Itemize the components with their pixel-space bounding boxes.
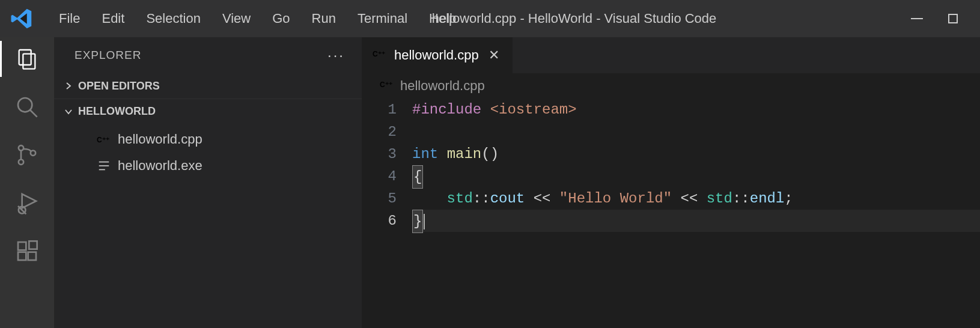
tab-helloworld-cpp[interactable]: C⁺⁺ helloworld.cpp ✕ [362, 37, 513, 73]
code-editor[interactable]: 1 2 3 4 5 6 #include <iostream> int main… [362, 99, 980, 232]
menu-file[interactable]: File [48, 7, 91, 30]
svg-marker-7 [22, 194, 36, 208]
sidebar-header: EXPLORER ··· [54, 37, 362, 73]
window-title: helloworld.cpp - HelloWorld - Visual Stu… [264, 0, 717, 37]
sidebar-title: EXPLORER [75, 49, 141, 62]
activity-run[interactable] [0, 191, 54, 215]
breadcrumb-file: helloworld.cpp [400, 78, 485, 94]
svg-rect-12 [28, 252, 36, 260]
minimize-button[interactable] [908, 10, 926, 28]
folder-section[interactable]: HELLOWORLD [54, 99, 362, 124]
window-controls [908, 10, 974, 28]
svg-text:C⁺⁺: C⁺⁺ [97, 136, 109, 144]
gutter: 1 2 3 4 5 6 [362, 99, 412, 232]
code-line-6[interactable]: } [412, 210, 980, 232]
folder-label: HELLOWORLD [78, 105, 156, 118]
code-line-3[interactable]: int main() [412, 143, 980, 165]
activity-explorer[interactable] [0, 47, 54, 71]
menu-selection[interactable]: Selection [135, 7, 212, 30]
cpp-file-icon: C⁺⁺ [380, 77, 394, 95]
svg-rect-0 [19, 50, 31, 65]
svg-text:C⁺⁺: C⁺⁺ [373, 50, 385, 58]
caret [424, 214, 425, 229]
chevron-right-icon [64, 81, 75, 91]
svg-point-5 [19, 160, 23, 165]
sidebar: EXPLORER ··· OPEN EDITORS HELLOWORLD C⁺⁺… [54, 37, 362, 328]
close-icon[interactable]: ✕ [486, 47, 502, 63]
sidebar-more-icon[interactable]: ··· [327, 47, 345, 64]
tab-bar: C⁺⁺ helloworld.cpp ✕ [362, 37, 980, 73]
activity-bar [0, 37, 54, 328]
code-line-4[interactable]: { [412, 165, 980, 187]
chevron-down-icon [64, 107, 75, 117]
svg-rect-13 [29, 241, 37, 249]
code-lines[interactable]: #include <iostream> int main() { std::co… [412, 99, 980, 232]
code-line-5[interactable]: std::cout << "Hello World" << std::endl; [412, 187, 980, 210]
file-item-helloworld-exe[interactable]: helloworld.exe [54, 153, 362, 179]
svg-rect-1 [23, 54, 35, 69]
exe-file-icon [96, 158, 112, 174]
menu-edit[interactable]: Edit [91, 7, 135, 30]
svg-point-2 [18, 98, 32, 112]
vscode-logo-icon [10, 7, 34, 31]
activity-search[interactable] [0, 95, 54, 119]
svg-line-3 [30, 110, 37, 117]
svg-rect-10 [18, 242, 26, 250]
cpp-file-icon: C⁺⁺ [96, 132, 112, 147]
title-bar: File Edit Selection View Go Run Terminal… [0, 0, 980, 37]
menu-view[interactable]: View [212, 7, 261, 30]
open-editors-label: OPEN EDITORS [78, 80, 160, 93]
activity-source-control[interactable] [0, 143, 54, 167]
breadcrumbs[interactable]: C⁺⁺ helloworld.cpp [362, 73, 980, 99]
tab-label: helloworld.cpp [394, 47, 479, 63]
code-line-2[interactable] [412, 121, 980, 143]
svg-text:C⁺⁺: C⁺⁺ [380, 80, 392, 89]
file-name: helloworld.cpp [118, 132, 202, 147]
code-line-1[interactable]: #include <iostream> [412, 99, 980, 121]
svg-point-4 [19, 145, 23, 150]
activity-extensions[interactable] [0, 239, 54, 263]
maximize-button[interactable] [944, 10, 962, 28]
editor-area: C⁺⁺ helloworld.cpp ✕ C⁺⁺ helloworld.cpp … [362, 37, 980, 328]
cpp-file-icon: C⁺⁺ [373, 46, 387, 64]
file-item-helloworld-cpp[interactable]: C⁺⁺ helloworld.cpp [54, 126, 362, 153]
svg-rect-11 [18, 252, 26, 260]
file-name: helloworld.exe [118, 158, 202, 174]
file-tree: C⁺⁺ helloworld.cpp helloworld.exe [54, 124, 362, 179]
open-editors-section[interactable]: OPEN EDITORS [54, 73, 362, 99]
